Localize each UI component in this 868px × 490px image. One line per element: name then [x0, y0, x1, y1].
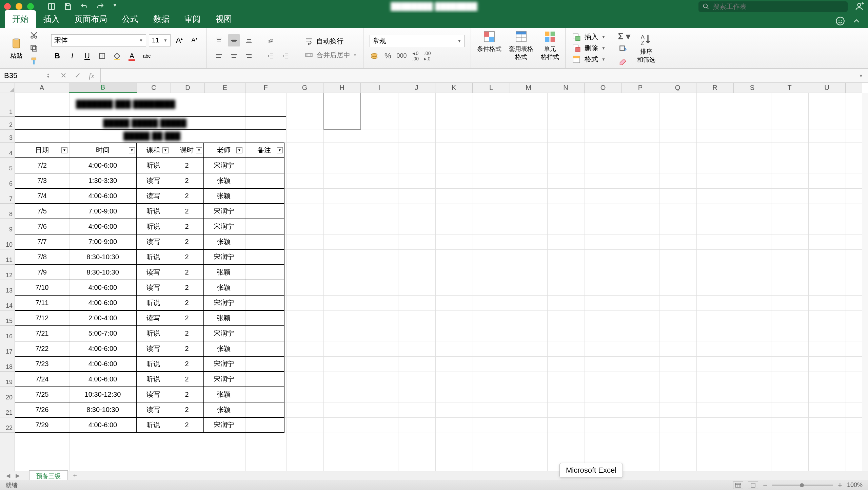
- table-cell[interactable]: 7/7: [15, 234, 69, 249]
- row-header-8[interactable]: 8: [0, 204, 15, 219]
- row-header-9[interactable]: 9: [0, 219, 15, 234]
- font-color-icon[interactable]: A: [126, 50, 138, 62]
- table-cell[interactable]: 7/4: [15, 188, 69, 204]
- row-header-5[interactable]: 5: [0, 158, 15, 173]
- table-cell[interactable]: 听说: [136, 219, 170, 234]
- col-header-P[interactable]: P: [622, 83, 659, 93]
- table-cell[interactable]: 听说: [136, 417, 170, 433]
- italic-icon[interactable]: I: [66, 50, 78, 62]
- row-header-6[interactable]: 6: [0, 173, 15, 188]
- table-cell[interactable]: 张颖: [203, 265, 244, 280]
- font-name-select[interactable]: 宋体▼: [51, 34, 146, 46]
- row-header-20[interactable]: 20: [0, 387, 15, 402]
- table-cell[interactable]: 张颖: [203, 310, 244, 326]
- col-header-K[interactable]: K: [435, 83, 473, 93]
- table-cell[interactable]: [244, 341, 284, 356]
- font-size-select[interactable]: 11▼: [149, 34, 171, 46]
- autosum-icon[interactable]: Σ ▾: [618, 31, 630, 42]
- row-header-3[interactable]: 3: [0, 130, 15, 143]
- cut-icon[interactable]: [29, 31, 39, 40]
- table-cell[interactable]: 宋润宁: [203, 204, 244, 219]
- ribbon-tab-审阅[interactable]: 审阅: [177, 10, 208, 28]
- col-header-S[interactable]: S: [734, 83, 771, 93]
- table-cell[interactable]: 2:00-4:00: [69, 310, 137, 326]
- row-header-14[interactable]: 14: [0, 295, 15, 310]
- col-header-N[interactable]: N: [547, 83, 585, 93]
- table-cell[interactable]: 听说: [136, 204, 170, 219]
- filter-dropdown-icon[interactable]: ▼: [162, 147, 169, 153]
- filter-dropdown-icon[interactable]: ▼: [61, 147, 67, 153]
- table-cell[interactable]: [244, 280, 284, 295]
- table-cell[interactable]: 7/23: [15, 356, 69, 372]
- table-cell[interactable]: 宋润宁: [203, 326, 244, 341]
- table-row[interactable]: 7/244:00-6:00听说2宋润宁: [15, 372, 284, 387]
- table-cell[interactable]: 读写: [136, 173, 170, 188]
- table-cell[interactable]: 2: [170, 188, 204, 204]
- share-icon[interactable]: [854, 2, 864, 11]
- col-header-R[interactable]: R: [696, 83, 734, 93]
- table-cell[interactable]: 4:00-6:00: [69, 417, 137, 433]
- table-row[interactable]: 7/114:00-6:00听说2宋润宁: [15, 295, 284, 310]
- col-header-B[interactable]: B: [69, 83, 137, 93]
- row-header-1[interactable]: 1: [0, 93, 15, 117]
- search-input[interactable]: [713, 3, 844, 11]
- table-cell[interactable]: 宋润宁: [203, 295, 244, 310]
- align-right-icon[interactable]: [243, 50, 255, 62]
- table-cell[interactable]: 张颖: [203, 188, 244, 204]
- increase-indent-icon[interactable]: [279, 50, 292, 62]
- row-header-4[interactable]: 4: [0, 143, 15, 158]
- table-cell[interactable]: 宋润宁: [203, 219, 244, 234]
- align-top-icon[interactable]: [213, 34, 225, 46]
- col-header-J[interactable]: J: [398, 83, 435, 93]
- filter-dropdown-icon[interactable]: ▼: [277, 147, 283, 153]
- ribbon-tab-公式[interactable]: 公式: [115, 10, 146, 28]
- table-cell[interactable]: 2: [170, 372, 204, 387]
- table-cell[interactable]: 听说: [136, 326, 170, 341]
- table-cell[interactable]: [244, 356, 284, 372]
- smiley-feedback-icon[interactable]: [835, 16, 845, 26]
- table-cell[interactable]: 听说: [136, 372, 170, 387]
- table-cell[interactable]: 7/5: [15, 204, 69, 219]
- customize-qat-icon[interactable]: ▼: [113, 2, 121, 11]
- table-cell[interactable]: 4:00-6:00: [69, 188, 137, 204]
- table-cell[interactable]: 7/24: [15, 372, 69, 387]
- row-header-13[interactable]: 13: [0, 280, 15, 295]
- table-cell[interactable]: 7/29: [15, 417, 69, 433]
- redo-icon[interactable]: [96, 2, 104, 11]
- table-cell[interactable]: 2: [170, 158, 204, 173]
- orientation-icon[interactable]: ab: [264, 34, 277, 46]
- table-cell[interactable]: 7/12: [15, 310, 69, 326]
- table-header-cell[interactable]: 老师▼: [203, 143, 244, 158]
- table-cell[interactable]: [244, 387, 284, 402]
- align-center-icon[interactable]: [228, 50, 240, 62]
- row-header-16[interactable]: 16: [0, 326, 15, 341]
- table-row[interactable]: 7/215:00-7:00听说2宋润宁: [15, 326, 284, 341]
- add-sheet-button[interactable]: +: [70, 472, 80, 479]
- table-row[interactable]: 7/64:00-6:00听说2宋润宁: [15, 219, 284, 234]
- decrease-decimal-icon[interactable]: .00▸.0: [424, 51, 431, 61]
- table-cell[interactable]: [244, 295, 284, 310]
- table-row[interactable]: 7/77:00-9:00读写2张颖: [15, 234, 284, 249]
- col-header-G[interactable]: G: [286, 83, 323, 93]
- filter-dropdown-icon[interactable]: ▼: [236, 147, 242, 153]
- table-cell[interactable]: 张颖: [203, 341, 244, 356]
- increase-font-icon[interactable]: A▴: [173, 34, 185, 46]
- book-icon[interactable]: [47, 2, 56, 11]
- table-cell[interactable]: 8:30-10:30: [69, 402, 137, 417]
- row-header-10[interactable]: 10: [0, 234, 15, 249]
- col-header-F[interactable]: F: [245, 83, 286, 93]
- table-cell[interactable]: 5:00-7:00: [69, 326, 137, 341]
- table-cell[interactable]: 4:00-6:00: [69, 158, 137, 173]
- enter-formula-icon[interactable]: ✓: [75, 71, 81, 80]
- table-cell[interactable]: 读写: [136, 387, 170, 402]
- namebox-spinner-icon[interactable]: ▲▼: [46, 73, 50, 78]
- table-cell[interactable]: 读写: [136, 265, 170, 280]
- tab-next-icon[interactable]: ▶: [13, 472, 22, 479]
- format-button[interactable]: 格式: [585, 55, 598, 64]
- zoom-level[interactable]: 100%: [847, 482, 863, 489]
- name-box[interactable]: B35 ▲▼: [0, 69, 54, 82]
- ribbon-tab-开始[interactable]: 开始: [5, 10, 36, 28]
- paste-button[interactable]: 粘贴: [9, 37, 23, 60]
- table-cell[interactable]: 2: [170, 173, 204, 188]
- table-header-cell[interactable]: 课时▼: [170, 143, 204, 158]
